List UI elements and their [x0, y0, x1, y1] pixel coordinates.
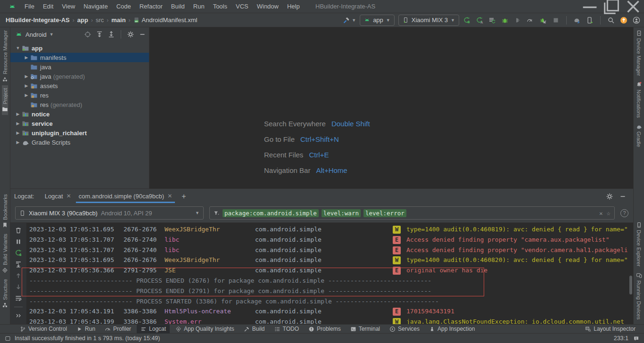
tree-expand-chevron[interactable]: ▶ [14, 140, 22, 145]
menu-item-file[interactable]: File [21, 1, 38, 11]
minimize-icon[interactable] [579, 0, 601, 13]
tree-item-res[interactable]: ▶res [10, 90, 149, 100]
tool-stripe-structure[interactable]: Structure [2, 276, 8, 311]
debug-icon[interactable] [501, 16, 509, 24]
log-row[interactable]: 2023-12-03 17:05:43.1993386-3386System.e… [26, 317, 633, 324]
tool-window-button-app-inspection[interactable]: App Inspection [425, 325, 479, 334]
settings-gear-icon[interactable] [606, 193, 613, 200]
maximize-icon[interactable] [601, 0, 622, 13]
tool-window-button-layout-inspector[interactable]: Layout Inspector [581, 325, 639, 334]
add-tab-button[interactable]: + [178, 192, 190, 201]
tool-window-button-run[interactable]: Run [73, 325, 99, 334]
tool-stripe-project[interactable]: Project [2, 85, 8, 115]
tree-collapse-chevron[interactable]: ▼ [14, 46, 22, 50]
clear-logcat-icon[interactable] [15, 227, 22, 234]
profiler-gauge-dd-icon[interactable] [527, 16, 534, 24]
expand-all-icon[interactable] [96, 31, 103, 38]
menu-item-vcs[interactable]: VCS [232, 1, 252, 11]
tool-stripe-device-explorer[interactable]: Device Explorer [636, 219, 642, 270]
log-row[interactable]: 2023-12-03 17:05:43.1913386-3386Html5Plu… [26, 307, 633, 317]
log-row[interactable]: 2023-12-03 17:05:31.7072676-2740libccom.… [26, 245, 633, 256]
logcat-filter-input[interactable]: package:com.android.simplelevel:warnleve… [209, 206, 615, 220]
search-icon[interactable] [607, 16, 615, 24]
settings-gear-icon[interactable] [127, 31, 134, 38]
profile-disabled-icon[interactable] [514, 16, 521, 24]
tool-stripe-resource-manager[interactable]: Resource Manager [2, 27, 8, 85]
event-log-icon[interactable] [633, 335, 639, 342]
favorite-star-icon[interactable]: ☆ [607, 209, 611, 217]
tree-item-java[interactable]: java [10, 62, 149, 72]
tree-expand-chevron[interactable]: ▶ [14, 121, 22, 126]
attach-debugger-icon[interactable] [539, 16, 547, 24]
tool-window-button-logcat[interactable]: Logcat [137, 325, 170, 334]
menu-item-edit[interactable]: Edit [39, 1, 57, 11]
tool-stripe-gradle[interactable]: Gradle [636, 121, 642, 150]
restart-logcat-icon[interactable] [15, 249, 22, 257]
filter-chip[interactable]: level:error [363, 209, 406, 217]
menu-item-navigate[interactable]: Navigate [80, 1, 111, 11]
scrollbar-thumb[interactable] [629, 276, 632, 294]
filter-chip[interactable]: level:warn [322, 209, 361, 217]
project-view-selector[interactable]: Android [25, 31, 47, 38]
tool-stripe-bookmarks[interactable]: Bookmarks [2, 191, 8, 231]
tree-expand-chevron[interactable]: ▶ [14, 112, 22, 116]
target-device-selector[interactable]: Xiaomi MIX 3▼ [398, 15, 459, 26]
log-row[interactable]: 2023-12-03 17:05:31.6952676-2676WeexJSBr… [26, 225, 633, 235]
menu-item-run[interactable]: Run [190, 1, 208, 11]
device-selector[interactable]: Xiaomi MIX 3 (90ca9bcb) Android 10, API … [15, 206, 204, 220]
logcat-tab[interactable]: com.android.simple (90ca9bcb)✕ [75, 190, 176, 203]
hide-panel-icon[interactable] [139, 31, 146, 38]
ide-update-icon[interactable] [620, 16, 627, 24]
breadcrumb-item[interactable]: src [96, 16, 104, 24]
tool-window-button-profiler[interactable]: Profiler [101, 325, 135, 334]
stop-disabled-icon[interactable] [552, 16, 560, 24]
more-actions-icon[interactable] [15, 312, 22, 319]
caret-position[interactable]: 233:1 [614, 335, 628, 342]
close-tab-icon[interactable]: ✕ [66, 193, 71, 199]
rerun-activity-icon[interactable] [463, 16, 471, 24]
tree-item-notice[interactable]: ▶notice [10, 109, 149, 119]
menu-item-window[interactable]: Window [253, 1, 282, 11]
menu-item-help[interactable]: Help [283, 1, 304, 11]
avatar-icon[interactable] [633, 16, 640, 24]
scroll-to-end-icon[interactable] [15, 261, 22, 268]
breadcrumb-item[interactable]: HBuilder-Integrate-AS [6, 16, 70, 24]
tool-window-button-todo[interactable]: TODO [271, 325, 303, 334]
log-row[interactable]: 2023-12-03 17:05:36.3662791-2795JSEcom.a… [26, 266, 633, 276]
tree-item-gradle-scripts[interactable]: ▶Gradle Scripts [10, 138, 149, 147]
build-project-button[interactable]: ▼ [343, 16, 356, 24]
tree-expand-chevron[interactable]: ▶ [23, 83, 30, 88]
tool-stripe-build-variants[interactable]: Build Variants [2, 231, 8, 276]
clear-filter-icon[interactable]: ✕ [599, 210, 603, 217]
run-tasks-icon[interactable] [488, 16, 496, 24]
apply-code-changes-icon[interactable]: A [476, 16, 483, 24]
tool-window-button-build[interactable]: Build [240, 325, 269, 334]
tree-item-app[interactable]: ▼app [10, 43, 149, 53]
locate-target-icon[interactable] [84, 31, 91, 38]
tree-item-java[interactable]: ▶java (generated) [10, 72, 149, 81]
help-icon[interactable]: ? [620, 209, 628, 217]
tree-item-uniplugin_richalert[interactable]: ▶uniplugin_richalert [10, 128, 149, 138]
tree-expand-chevron[interactable]: ▶ [23, 93, 30, 98]
menu-item-view[interactable]: View [58, 1, 79, 11]
tool-window-button-services[interactable]: Services [386, 325, 423, 334]
breadcrumb-item[interactable]: main [111, 16, 125, 24]
tree-item-manifests[interactable]: ▶manifests [10, 53, 149, 62]
tool-stripe-device-manager[interactable]: Device Manager [636, 27, 642, 79]
tree-item-assets[interactable]: ▶assets [10, 81, 149, 90]
tool-window-button-problems[interactable]: Problems [305, 325, 345, 334]
breadcrumb-item[interactable]: app [77, 16, 88, 24]
log-row[interactable]: 2023-12-03 17:05:31.7072676-2740libccom.… [26, 235, 633, 245]
close-icon[interactable] [622, 0, 644, 13]
soft-wrap-icon[interactable] [15, 294, 22, 302]
next-occurrence-icon[interactable] [15, 283, 22, 291]
tree-item-res[interactable]: res (generated) [10, 100, 149, 109]
menu-item-build[interactable]: Build [167, 1, 189, 11]
menu-item-refactor[interactable]: Refactor [136, 1, 166, 11]
filter-chip[interactable]: package:com.android.simple [223, 209, 319, 217]
breadcrumb-file[interactable]: MFAndroidManifest.xml [133, 16, 198, 24]
tree-expand-chevron[interactable]: ▶ [14, 131, 22, 135]
tree-expand-chevron[interactable]: ▶ [23, 74, 30, 79]
log-row[interactable]: 2023-12-03 17:05:31.6952676-2676WeexJSBr… [26, 255, 633, 266]
tool-window-button-version-control[interactable]: Version Control [16, 325, 71, 334]
